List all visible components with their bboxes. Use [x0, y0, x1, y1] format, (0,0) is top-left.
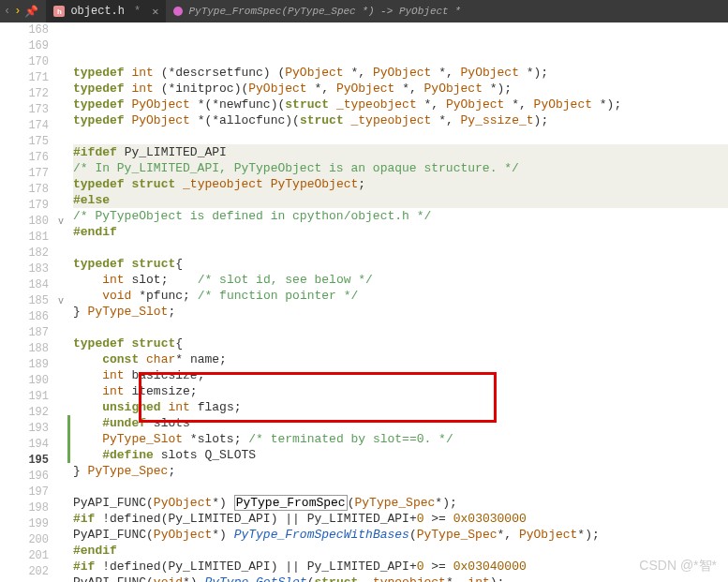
- code-line[interactable]: } PyType_Spec;: [73, 463, 728, 479]
- code-line[interactable]: void *pfunc; /* function pointer */: [73, 288, 728, 304]
- fold-marker: [54, 532, 67, 548]
- code-line[interactable]: typedef PyObject *(*allocfunc)(struct _t…: [73, 112, 728, 128]
- fold-marker: [54, 230, 67, 246]
- fold-marker: [54, 373, 67, 389]
- line-number: 177: [0, 166, 49, 182]
- code-line[interactable]: [73, 128, 728, 144]
- code-line[interactable]: typedef int (*initproc)(PyObject *, PyOb…: [73, 81, 728, 97]
- fold-marker: [54, 469, 67, 485]
- code-line[interactable]: #if !defined(Py_LIMITED_API) || Py_LIMIT…: [73, 559, 728, 575]
- fold-marker: [54, 38, 67, 54]
- code-line[interactable]: #define slots Q_SLOTS: [67, 447, 728, 463]
- fold-marker: [54, 389, 67, 405]
- line-number-gutter: 1681691701711721731741751761771781791801…: [0, 22, 54, 582]
- fold-column: vv: [54, 22, 67, 582]
- nav-back-icon[interactable]: ‹: [4, 5, 10, 19]
- code-line[interactable]: int itemsize;: [73, 383, 728, 399]
- code-line[interactable]: /* PyTypeObject is defined in cpython/ob…: [73, 208, 728, 224]
- fold-marker: [54, 134, 67, 150]
- fold-marker: [54, 150, 67, 166]
- line-number: 187: [0, 325, 49, 341]
- line-number: 179: [0, 198, 49, 214]
- code-line[interactable]: PyType_Slot *slots; /* terminated by slo…: [67, 431, 728, 447]
- fold-marker: [54, 405, 67, 421]
- tab-bar: ‹ › 📌 h object.h * ✕ PyType_FromSpec(PyT…: [0, 0, 728, 22]
- breadcrumb-text: PyType_FromSpec(PyType_Spec *) -> PyObje…: [188, 6, 460, 17]
- fold-marker[interactable]: v: [54, 293, 67, 309]
- function-icon: [173, 7, 183, 16]
- code-line[interactable]: [73, 479, 728, 495]
- fold-marker: [54, 166, 67, 182]
- pin-icon[interactable]: 📌: [24, 5, 38, 19]
- code-line[interactable]: unsigned int flags;: [73, 399, 728, 415]
- line-number: 185: [0, 293, 49, 309]
- code-line[interactable]: } PyType_Slot;: [73, 304, 728, 320]
- fold-marker: [54, 564, 67, 580]
- fold-marker: [54, 437, 67, 453]
- code-line[interactable]: #endif: [73, 224, 728, 240]
- code-line[interactable]: typedef struct{: [73, 256, 728, 272]
- code-line[interactable]: #else: [73, 192, 728, 208]
- fold-marker: [54, 246, 67, 261]
- line-number: 196: [0, 469, 49, 485]
- fold-marker: [54, 548, 67, 564]
- watermark: CSDN @*智*: [639, 558, 717, 575]
- fold-marker[interactable]: v: [54, 214, 67, 230]
- line-number: 193: [0, 421, 49, 437]
- line-number: 186: [0, 309, 49, 325]
- line-number: 174: [0, 118, 49, 134]
- code-line[interactable]: #endif: [73, 543, 728, 559]
- fold-marker: [54, 421, 67, 437]
- fold-marker: [54, 309, 67, 325]
- fold-marker: [54, 341, 67, 357]
- tab-modified-indicator: *: [134, 5, 141, 18]
- line-number: 197: [0, 485, 49, 500]
- line-number: 199: [0, 516, 49, 532]
- code-line[interactable]: typedef struct _typeobject PyTypeObject;: [73, 176, 728, 192]
- fold-marker: [54, 500, 67, 516]
- code-line[interactable]: typedef int (*descrsetfunc) (PyObject *,…: [73, 65, 728, 81]
- close-icon[interactable]: ✕: [152, 5, 158, 19]
- code-line[interactable]: /* In Py_LIMITED_API, PyTypeObject is an…: [73, 160, 728, 176]
- line-number: 173: [0, 102, 49, 118]
- code-editor[interactable]: 1681691701711721731741751761771781791801…: [0, 22, 728, 582]
- nav-forward-icon[interactable]: ›: [14, 5, 21, 19]
- code-line[interactable]: #ifdef Py_LIMITED_API: [73, 144, 728, 160]
- line-number: 194: [0, 437, 49, 453]
- line-number: 175: [0, 134, 49, 150]
- code-line[interactable]: PyAPI_FUNC(PyObject*) PyType_FromSpecWit…: [73, 527, 728, 543]
- fold-marker: [54, 453, 67, 469]
- code-area[interactable]: typedef int (*descrsetfunc) (PyObject *,…: [67, 22, 728, 582]
- code-line[interactable]: typedef PyObject *(*newfunc)(struct _typ…: [73, 97, 728, 112]
- fold-marker: [54, 70, 67, 86]
- code-line[interactable]: [73, 240, 728, 256]
- fold-marker: [54, 325, 67, 341]
- breadcrumb[interactable]: PyType_FromSpec(PyType_Spec *) -> PyObje…: [166, 6, 468, 17]
- code-line[interactable]: int basicsize;: [73, 367, 728, 383]
- fold-marker: [54, 182, 67, 198]
- line-number: 168: [0, 22, 49, 38]
- line-number: 170: [0, 54, 49, 70]
- line-number: 182: [0, 246, 49, 261]
- tab-object-h[interactable]: h object.h * ✕: [46, 0, 166, 22]
- code-line[interactable]: PyAPI_FUNC(PyObject*) PyType_FromSpec(Py…: [73, 495, 728, 511]
- line-number: 176: [0, 150, 49, 166]
- line-number: 191: [0, 389, 49, 405]
- fold-marker: [54, 516, 67, 532]
- code-line[interactable]: PyAPI_FUNC(void*) PyType_GetSlot(struct …: [73, 575, 728, 582]
- line-number: 188: [0, 341, 49, 357]
- code-line[interactable]: [73, 320, 728, 336]
- code-line[interactable]: typedef struct{: [73, 336, 728, 351]
- line-number: 198: [0, 500, 49, 516]
- line-number: 169: [0, 38, 49, 54]
- code-line[interactable]: #if !defined(Py_LIMITED_API) || Py_LIMIT…: [73, 511, 728, 527]
- fold-marker: [54, 277, 67, 293]
- line-number: 201: [0, 548, 49, 564]
- fold-marker: [54, 54, 67, 70]
- code-line[interactable]: const char* name;: [73, 351, 728, 367]
- line-number: 183: [0, 261, 49, 277]
- tab-title: object.h: [70, 5, 125, 18]
- code-line[interactable]: #undef slots: [67, 415, 728, 431]
- line-number: 184: [0, 277, 49, 293]
- code-line[interactable]: int slot; /* slot id, see below */: [73, 272, 728, 288]
